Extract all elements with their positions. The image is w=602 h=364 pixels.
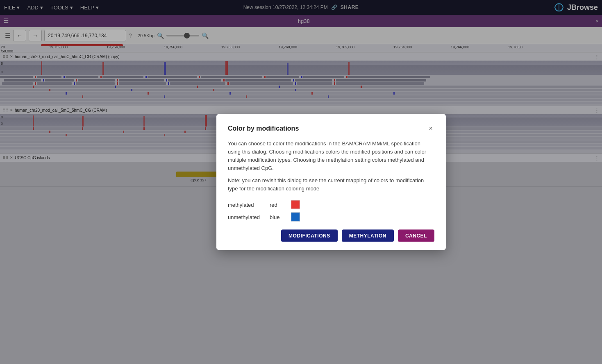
color-table: methylated red unmethylated blue — [228, 200, 434, 222]
methylated-label: methylated — [228, 201, 265, 208]
methylated-color-name: red — [270, 201, 286, 208]
color-modifications-dialog: Color by modifications × You can choose … — [216, 114, 446, 250]
modifications-button[interactable]: MODIFICATIONS — [281, 230, 338, 242]
unmethylated-color-name: blue — [270, 214, 286, 220]
unmethylated-label: unmethylated — [228, 214, 265, 220]
dialog-body: You can choose to color the modification… — [228, 139, 434, 193]
color-row-unmethylated: unmethylated blue — [228, 213, 434, 222]
dialog-note: Note: you can revisit this dialog to see… — [228, 176, 434, 193]
dialog-header: Color by modifications × — [228, 124, 434, 133]
dialog-description-1: You can choose to color the modification… — [228, 140, 426, 171]
methylated-color-swatch — [291, 200, 300, 209]
unmethylated-color-swatch — [291, 213, 300, 222]
methylation-button[interactable]: METHYLATION — [342, 230, 394, 242]
color-row-methylated: methylated red — [228, 200, 434, 209]
dialog-actions: MODIFICATIONS METHYLATION CANCEL — [228, 230, 434, 242]
cancel-button[interactable]: CANCEL — [398, 230, 434, 242]
dialog-title: Color by modifications — [228, 124, 299, 132]
dialog-close-button[interactable]: × — [427, 124, 434, 133]
